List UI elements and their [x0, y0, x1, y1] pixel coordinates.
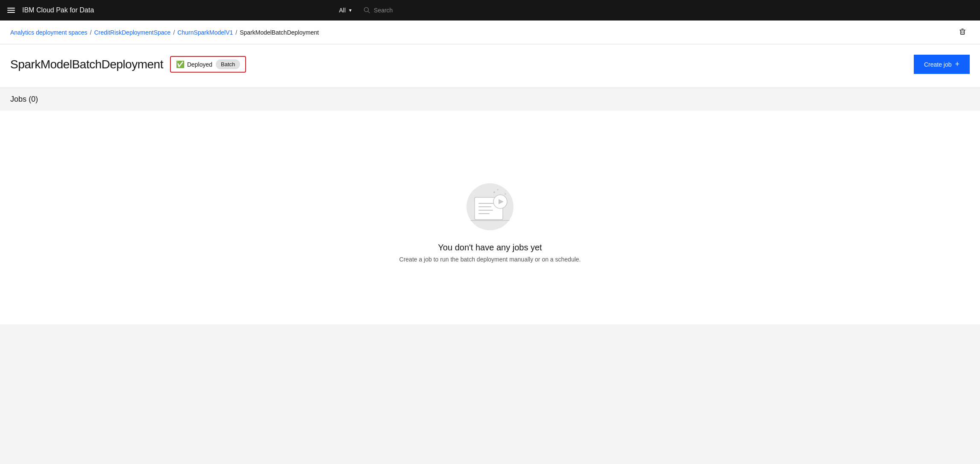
svg-point-17: [497, 189, 499, 190]
jobs-empty-state: You don't have any jobs yet Create a job…: [0, 111, 980, 324]
search-bar[interactable]: Search: [364, 7, 973, 14]
trash-icon: [959, 27, 966, 35]
empty-state-subtitle: Create a job to run the batch deployment…: [399, 256, 581, 263]
deployed-badge: ✅ Deployed: [176, 60, 212, 68]
breadcrumb-sep-2: /: [173, 29, 175, 36]
breadcrumb: Analytics deployment spaces / CreditRisk…: [10, 29, 319, 36]
create-job-label: Create job: [924, 61, 952, 68]
scope-dropdown[interactable]: All ▾: [334, 7, 357, 14]
breadcrumb-bar: Analytics deployment spaces / CreditRisk…: [0, 21, 980, 44]
breadcrumb-actions: [955, 26, 970, 39]
scope-dropdown-label: All: [339, 7, 346, 14]
breadcrumb-sep-1: /: [90, 29, 92, 36]
page-title: SparkModelBatchDeployment: [10, 58, 163, 71]
search-placeholder: Search: [374, 7, 393, 14]
svg-line-1: [368, 12, 370, 13]
svg-rect-2: [961, 30, 965, 34]
svg-point-16: [493, 191, 495, 193]
deployed-label: Deployed: [187, 61, 212, 68]
breadcrumb-link-analytics[interactable]: Analytics deployment spaces: [10, 29, 88, 36]
delete-button[interactable]: [955, 26, 970, 39]
breadcrumb-link-creditrisk[interactable]: CreditRiskDeploymentSpace: [94, 29, 170, 36]
chevron-down-icon: ▾: [349, 7, 352, 13]
page-title-row: SparkModelBatchDeployment ✅ Deployed Bat…: [10, 56, 246, 73]
breadcrumb-link-churn[interactable]: ChurnSparkModelV1: [177, 29, 233, 36]
topbar: IBM Cloud Pak for Data All ▾ Search: [0, 0, 980, 21]
breadcrumb-sep-3: /: [235, 29, 237, 36]
breadcrumb-current: SparkModelBatchDeployment: [240, 29, 319, 36]
hamburger-menu-icon[interactable]: [7, 6, 15, 15]
empty-state-title: You don't have any jobs yet: [438, 243, 542, 253]
status-badges-container: ✅ Deployed Batch: [170, 56, 246, 73]
plus-icon: +: [955, 60, 959, 69]
batch-badge: Batch: [216, 59, 240, 69]
search-icon: [364, 7, 370, 14]
create-job-button[interactable]: Create job +: [914, 55, 970, 74]
empty-jobs-illustration: [456, 173, 524, 232]
jobs-header: Jobs (0): [0, 88, 980, 111]
jobs-section: Jobs (0) You don't have any jobs yet Cre…: [0, 88, 980, 324]
page-header: SparkModelBatchDeployment ✅ Deployed Bat…: [0, 44, 980, 88]
check-circle-icon: ✅: [176, 60, 185, 68]
app-logo: IBM Cloud Pak for Data: [22, 6, 327, 14]
svg-point-18: [505, 193, 506, 194]
